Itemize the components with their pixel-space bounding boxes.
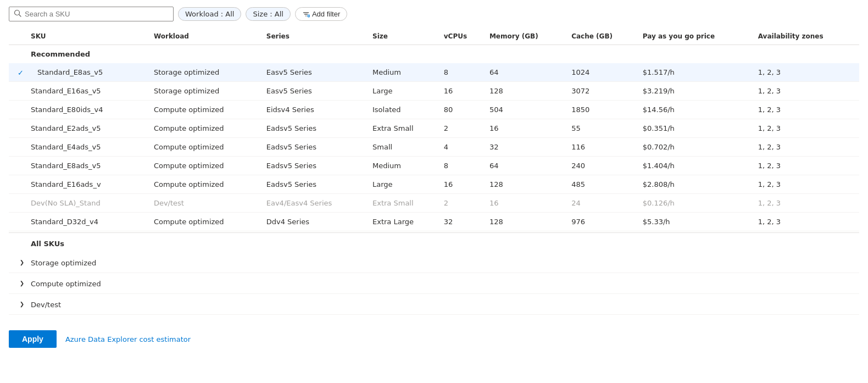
cell-memory--gb-: 32 — [485, 138, 567, 157]
cell-series: Eadsv5 Series — [262, 119, 368, 138]
cell-series: Easv5 Series — [262, 63, 368, 82]
sku-cell: Standard_E16as_v5 — [9, 82, 149, 101]
table-row[interactable]: ✓Standard_E8as_v5Storage optimizedEasv5 … — [9, 63, 859, 82]
table-row[interactable]: Standard_E16as_v5Storage optimizedEasv5 … — [9, 82, 859, 101]
table-row[interactable]: Standard_E2ads_v5Compute optimizedEadsv5… — [9, 119, 859, 138]
size-filter-pill[interactable]: Size : All — [246, 7, 290, 21]
cell-availability-zones: 1, 2, 3 — [754, 119, 859, 138]
cell-vcpus: 80 — [439, 101, 485, 119]
cell-cache--gb-: 485 — [567, 175, 638, 194]
apply-button[interactable]: Apply — [9, 330, 57, 348]
sku-cell: ✓Standard_E8as_v5 — [9, 63, 149, 82]
cell-availability-zones: 1, 2, 3 — [754, 138, 859, 157]
table-row[interactable]: Standard_E16ads_vCompute optimizedEadsv5… — [9, 175, 859, 194]
chevron-right-icon: ❯ — [18, 300, 26, 309]
expand-button[interactable]: ❯Dev/test — [18, 300, 61, 309]
search-input[interactable] — [25, 10, 169, 18]
expandable-category-row[interactable]: ❯Dev/test — [9, 294, 859, 315]
cell-series: Easv5 Series — [262, 82, 368, 101]
cell-cache--gb-: 1850 — [567, 101, 638, 119]
recommended-section-header: Recommended — [9, 45, 859, 64]
category-label: Dev/test — [31, 301, 61, 309]
sku-cell: Standard_E2ads_v5 — [9, 119, 149, 138]
cell-pay-as-you-go-price: $1.404/h — [638, 157, 754, 175]
cell-availability-zones: 1, 2, 3 — [754, 213, 859, 231]
toolbar: Workload : All Size : All Add filter — [9, 7, 859, 21]
chevron-right-icon: ❯ — [18, 258, 26, 267]
table-row[interactable]: Standard_E80ids_v4Compute optimizedEidsv… — [9, 101, 859, 119]
expand-button[interactable]: ❯Compute optimized — [18, 279, 101, 288]
cell-size: Large — [368, 82, 439, 101]
cell-availability-zones: 1, 2, 3 — [754, 175, 859, 194]
add-filter-button[interactable]: Add filter — [295, 7, 347, 21]
cell-workload: Compute optimized — [149, 101, 262, 119]
table-row[interactable]: Standard_D32d_v4Compute optimizedDdv4 Se… — [9, 213, 859, 231]
footer: Apply Azure Data Explorer cost estimator — [9, 326, 859, 348]
table-row[interactable]: Dev(No SLA)_StandDev/testEav4/Easv4 Seri… — [9, 194, 859, 213]
col-cache: Cache (GB) — [567, 29, 638, 45]
cell-cache--gb-: 1024 — [567, 63, 638, 82]
all-skus-table: All SKUs❯Storage optimized❯Compute optim… — [9, 233, 859, 315]
cell-memory--gb-: 64 — [485, 63, 567, 82]
cell-pay-as-you-go-price: $3.219/h — [638, 82, 754, 101]
cell-pay-as-you-go-price: $0.126/h — [638, 194, 754, 213]
cell-vcpus: 2 — [439, 119, 485, 138]
sku-cell: Standard_D32d_v4 — [9, 213, 149, 231]
cell-vcpus: 2 — [439, 194, 485, 213]
cell-pay-as-you-go-price: $14.56/h — [638, 101, 754, 119]
cell-pay-as-you-go-price: $0.702/h — [638, 138, 754, 157]
cell-series: Eav4/Easv4 Series — [262, 194, 368, 213]
expandable-category-row[interactable]: ❯Compute optimized — [9, 273, 859, 294]
cell-series: Eadsv5 Series — [262, 157, 368, 175]
cost-estimator-link[interactable]: Azure Data Explorer cost estimator — [65, 335, 191, 343]
sku-cell: Standard_E80ids_v4 — [9, 101, 149, 119]
sku-cell: Dev(No SLA)_Stand — [9, 194, 149, 213]
add-filter-label: Add filter — [312, 10, 340, 18]
cell-series: Ddv4 Series — [262, 213, 368, 231]
cell-memory--gb-: 128 — [485, 175, 567, 194]
col-size: Size — [368, 29, 439, 45]
cell-workload: Compute optimized — [149, 119, 262, 138]
col-memory: Memory (GB) — [485, 29, 567, 45]
col-zones: Availability zones — [754, 29, 859, 45]
svg-line-1 — [19, 15, 21, 17]
cell-size: Small — [368, 138, 439, 157]
cell-cache--gb-: 24 — [567, 194, 638, 213]
table-row[interactable]: Standard_E4ads_v5Compute optimizedEadsv5… — [9, 138, 859, 157]
table-row[interactable]: Standard_E8ads_v5Compute optimizedEadsv5… — [9, 157, 859, 175]
cell-vcpus: 4 — [439, 138, 485, 157]
sku-cell: Standard_E4ads_v5 — [9, 138, 149, 157]
cell-size: Medium — [368, 63, 439, 82]
cell-size: Large — [368, 175, 439, 194]
sku-cell: Standard_E16ads_v — [9, 175, 149, 194]
search-icon — [14, 9, 21, 19]
cell-cache--gb-: 976 — [567, 213, 638, 231]
size-filter-label: Size : All — [253, 10, 283, 18]
cell-cache--gb-: 240 — [567, 157, 638, 175]
cell-memory--gb-: 64 — [485, 157, 567, 175]
cell-workload: Compute optimized — [149, 138, 262, 157]
cell-size: Isolated — [368, 101, 439, 119]
cell-size: Extra Small — [368, 194, 439, 213]
cell-memory--gb-: 16 — [485, 119, 567, 138]
cell-workload: Compute optimized — [149, 157, 262, 175]
add-filter-icon — [302, 10, 310, 18]
cell-size: Extra Small — [368, 119, 439, 138]
cell-cache--gb-: 116 — [567, 138, 638, 157]
cell-workload: Compute optimized — [149, 175, 262, 194]
cell-workload: Storage optimized — [149, 63, 262, 82]
col-vcpus: vCPUs — [439, 29, 485, 45]
cell-workload: Storage optimized — [149, 82, 262, 101]
workload-filter-pill[interactable]: Workload : All — [178, 7, 241, 21]
search-box[interactable] — [9, 7, 174, 21]
category-label: Compute optimized — [31, 280, 101, 288]
cell-availability-zones: 1, 2, 3 — [754, 101, 859, 119]
cell-size: Extra Large — [368, 213, 439, 231]
cell-size: Medium — [368, 157, 439, 175]
sku-cell: Standard_E8ads_v5 — [9, 157, 149, 175]
expandable-category-row[interactable]: ❯Storage optimized — [9, 252, 859, 273]
expand-button[interactable]: ❯Storage optimized — [18, 258, 96, 267]
cell-series: Eidsv4 Series — [262, 101, 368, 119]
col-workload: Workload — [149, 29, 262, 45]
cell-workload: Compute optimized — [149, 213, 262, 231]
